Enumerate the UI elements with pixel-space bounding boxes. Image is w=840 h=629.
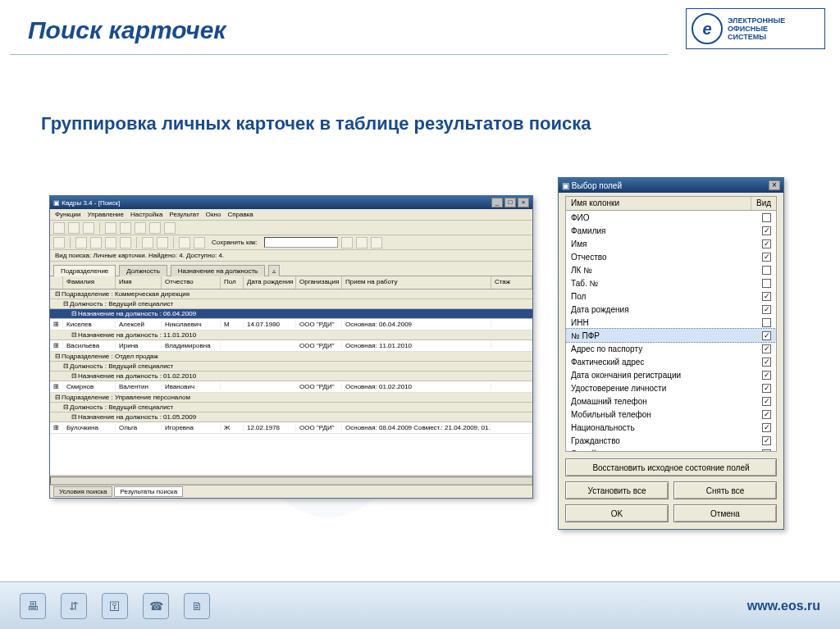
group-row[interactable]: ⊟Назначение на должность : 06.04.2009 <box>50 309 532 319</box>
field-row[interactable]: Таб. № <box>566 276 776 289</box>
field-row[interactable]: Дата рождения✓ <box>566 303 776 316</box>
field-checkbox[interactable]: ✓ <box>762 410 771 419</box>
field-row[interactable]: Пол✓ <box>566 289 776 303</box>
tab-results[interactable]: Результаты поиска <box>114 486 183 497</box>
menu-result[interactable]: Результат <box>169 211 199 218</box>
field-row[interactable]: ИНН <box>566 316 776 329</box>
dialog-close-button[interactable]: × <box>769 180 780 190</box>
group-row[interactable]: ⊟Подразделение : Коммерческая дирекция <box>50 289 532 299</box>
field-row[interactable]: ЛК № <box>566 263 776 276</box>
group-row[interactable]: ⊟Должность : Ведущий специалист <box>50 299 532 309</box>
tool-refresh-icon[interactable] <box>179 237 190 248</box>
app-titlebar[interactable]: ▣ Кадры 3.4 - [Поиск] _ □ × <box>50 196 532 209</box>
group-row[interactable]: ⊟Должность : Ведущий специалист <box>50 362 532 371</box>
field-col-visible[interactable]: Вид <box>751 197 776 210</box>
menu-settings[interactable]: Настройка <box>130 211 162 218</box>
group-row[interactable]: ⊟Подразделение : Управление персоналом <box>50 393 532 403</box>
field-checkbox[interactable]: ✓ <box>762 423 771 432</box>
tool-new-icon[interactable] <box>53 222 65 234</box>
data-row[interactable]: ⊞ВасильеваИринаВладимировнаООО "РДИ"Осно… <box>50 340 532 352</box>
tool-preview-icon[interactable] <box>120 222 131 234</box>
group-row[interactable]: ⊟Подразделение : Отдел продаж <box>50 352 532 362</box>
field-row[interactable]: Адрес по паспорту✓ <box>566 342 776 355</box>
field-checkbox[interactable] <box>762 279 771 288</box>
tool-nav-last-icon[interactable] <box>120 237 131 248</box>
grouping-tab-appointment[interactable]: Назначение на должность <box>171 265 265 276</box>
expand-icon[interactable]: ⊟ <box>53 394 62 401</box>
cancel-button[interactable]: Отмена <box>673 504 777 522</box>
menu-manage[interactable]: Управление <box>88 211 124 218</box>
grouping-tab-position[interactable]: Должность <box>119 265 167 276</box>
expand-icon[interactable]: ⊟ <box>70 331 78 339</box>
tool-export-icon[interactable] <box>135 222 146 234</box>
group-row[interactable]: ⊟Назначение на должность : 11.01.2010 <box>50 330 532 340</box>
expand-icon[interactable]: ⊟ <box>70 413 78 421</box>
tool-ungroup-icon[interactable] <box>157 237 168 248</box>
tool-nav-next-icon[interactable] <box>105 237 116 248</box>
field-row[interactable]: Домашний телефон✓ <box>566 394 776 408</box>
field-checkbox[interactable] <box>762 213 771 222</box>
select-all-button[interactable]: Установить все <box>565 481 669 499</box>
field-row[interactable]: Мобильный телефон✓ <box>566 408 776 421</box>
field-row[interactable]: Фамилия✓ <box>566 224 776 237</box>
col-sex[interactable]: Пол <box>221 276 244 289</box>
clear-all-button[interactable]: Снять все <box>673 481 777 499</box>
field-checkbox[interactable]: ✓ <box>762 253 771 262</box>
field-checkbox[interactable]: ✓ <box>762 292 771 301</box>
field-row[interactable]: ФИО <box>566 211 776 224</box>
data-row[interactable]: ⊞БулочкинаОльгаИгоревнаЖ12.02.1978ООО "Р… <box>50 422 532 434</box>
col-patronymic[interactable]: Отчество <box>162 276 221 289</box>
tool-open-icon[interactable] <box>68 222 80 234</box>
field-checkbox[interactable]: ✓ <box>762 239 771 248</box>
field-row[interactable]: Удостоверение личности✓ <box>566 381 776 394</box>
field-checkbox[interactable]: ✓ <box>762 436 771 445</box>
field-checkbox[interactable]: ✓ <box>762 344 771 353</box>
col-hire[interactable]: Прием на работу <box>342 276 491 289</box>
data-row[interactable]: ⊞СмирновВалентинИвановичООО "РДИ"Основна… <box>50 381 532 393</box>
field-checkbox[interactable] <box>762 266 771 275</box>
tool-print-icon[interactable] <box>105 222 116 234</box>
data-row[interactable]: ⊞КиселевАлексейНиколаевичМ14.07.1980ООО … <box>50 319 532 330</box>
tool-nav-first-icon[interactable] <box>75 237 87 248</box>
expand-icon[interactable]: ⊟ <box>70 310 78 317</box>
col-dob[interactable]: Дата рождения <box>244 276 296 289</box>
save-as-input[interactable] <box>264 237 338 248</box>
menu-functions[interactable]: Функции <box>55 211 81 218</box>
col-stage[interactable]: Стаж <box>491 276 532 289</box>
ok-button[interactable]: OK <box>565 504 669 522</box>
field-row[interactable]: Отчество✓ <box>566 250 776 263</box>
expand-icon[interactable]: ⊟ <box>62 403 70 411</box>
field-checkbox[interactable]: ✓ <box>762 397 771 406</box>
tool-extra-2-icon[interactable] <box>371 237 382 248</box>
grouping-tab-remove[interactable]: ▵ <box>268 265 280 276</box>
field-list[interactable]: ФИОФамилия✓Имя✓Отчество✓ЛК №Таб. №Пол✓Да… <box>565 211 777 452</box>
close-button[interactable]: × <box>518 198 529 207</box>
tool-excel-icon[interactable] <box>149 222 161 234</box>
field-checkbox[interactable]: ✓ <box>762 305 771 314</box>
menu-window[interactable]: Окно <box>206 211 221 218</box>
horizontal-scrollbar[interactable] <box>50 475 532 485</box>
col-lastname[interactable]: Фамилия <box>63 276 116 289</box>
group-row[interactable]: ⊟Должность : Ведущий специалист <box>50 403 532 412</box>
field-row[interactable]: Национальность✓ <box>566 421 776 434</box>
col-firstname[interactable]: Имя <box>116 276 162 289</box>
field-row[interactable]: Имя✓ <box>566 237 776 250</box>
field-checkbox[interactable]: ✓ <box>762 371 771 380</box>
field-row[interactable]: Гражданство✓ <box>566 434 776 447</box>
tool-cut-icon[interactable] <box>53 237 65 248</box>
tool-extra-1-icon[interactable] <box>356 237 368 248</box>
expand-icon[interactable]: ⊟ <box>62 300 70 308</box>
tool-saveas-go-icon[interactable] <box>341 237 353 248</box>
group-row[interactable]: ⊟Назначение на должность : 01.05.2009 <box>50 412 532 422</box>
field-checkbox[interactable]: ✓ <box>762 331 771 340</box>
menu-help[interactable]: Справка <box>227 211 253 218</box>
field-checkbox[interactable]: ✓ <box>762 384 771 393</box>
field-checkbox[interactable]: ✓ <box>762 358 771 367</box>
restore-defaults-button[interactable]: Восстановить исходное состояние полей <box>565 458 777 476</box>
expand-icon[interactable]: ⊟ <box>70 372 78 380</box>
expand-icon[interactable]: ⊟ <box>53 353 62 360</box>
results-grid[interactable]: ⊟Подразделение : Коммерческая дирекция⊟Д… <box>50 289 532 475</box>
dialog-titlebar[interactable]: ▣ Выбор полей × <box>559 178 783 193</box>
field-row[interactable]: Фактический адрес✓ <box>566 355 776 368</box>
tool-filter-icon[interactable] <box>194 237 205 248</box>
